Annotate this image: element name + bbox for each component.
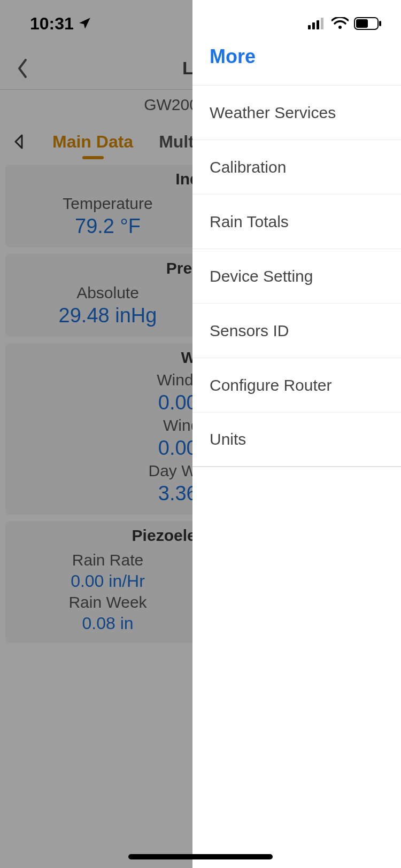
svg-rect-3: [317, 20, 319, 29]
svg-rect-2: [312, 22, 315, 29]
menu-item-sensors-id[interactable]: Sensors ID: [192, 304, 401, 358]
menu-item-calibration[interactable]: Calibration: [192, 140, 401, 195]
cellular-icon: [308, 18, 326, 29]
menu-item-units[interactable]: Units: [192, 413, 401, 467]
home-indicator[interactable]: [128, 854, 273, 859]
svg-rect-1: [308, 25, 311, 29]
battery-icon: [354, 17, 382, 30]
status-right: [192, 0, 401, 47]
svg-rect-7: [379, 21, 381, 26]
menu-item-weather-services[interactable]: Weather Services: [192, 86, 401, 140]
menu-title: More: [210, 45, 256, 68]
menu-item-device-setting[interactable]: Device Setting: [192, 249, 401, 304]
menu-item-rain-totals[interactable]: Rain Totals: [192, 195, 401, 249]
wifi-icon: [331, 17, 349, 30]
svg-rect-4: [321, 18, 323, 29]
more-menu: More Weather Services Calibration Rain T…: [192, 0, 401, 868]
svg-rect-6: [356, 19, 368, 28]
menu-item-configure-router[interactable]: Configure Router: [192, 358, 401, 413]
